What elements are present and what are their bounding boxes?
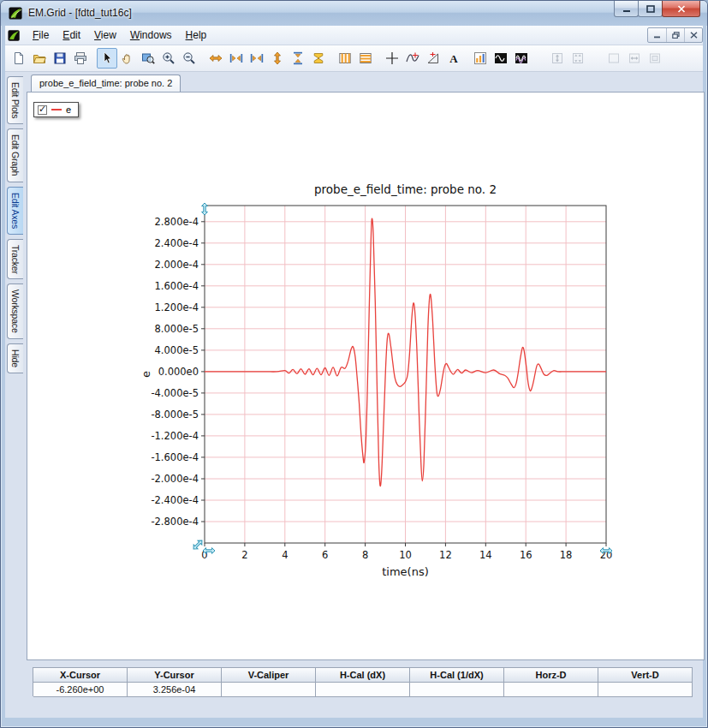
layout-expand-button xyxy=(547,48,568,69)
select-pointer-button[interactable] xyxy=(97,48,117,69)
column-layout-button[interactable] xyxy=(335,48,355,69)
titlebar: EM.Grid - [fdtd_tut16c] xyxy=(1,1,707,26)
zoom-out-button[interactable] xyxy=(179,48,199,69)
menu-file[interactable]: File xyxy=(26,27,56,44)
rows-icon xyxy=(359,51,372,65)
frame-grid-button xyxy=(645,48,665,69)
sidebar-tab-workspace[interactable]: Workspace xyxy=(7,283,23,339)
mdi-minimize-button[interactable] xyxy=(648,28,666,42)
box-icon xyxy=(607,51,621,65)
print-button[interactable] xyxy=(70,48,91,69)
box-h-arrow-icon xyxy=(628,51,641,65)
svg-text:16: 16 xyxy=(520,549,532,561)
svg-text:0.000e0: 0.000e0 xyxy=(158,366,199,378)
zoom-in-button[interactable] xyxy=(158,48,179,69)
mdi-document-icon[interactable] xyxy=(8,29,21,42)
toolbar-separator xyxy=(329,48,335,69)
svg-text:8: 8 xyxy=(362,549,368,561)
menu-view[interactable]: View xyxy=(87,27,123,44)
menu-windows[interactable]: Windows xyxy=(123,27,179,44)
mdi-minimize-icon xyxy=(653,32,661,39)
pointer-icon xyxy=(100,51,114,65)
svg-text:1.600e-4: 1.600e-4 xyxy=(155,280,199,292)
waveform-overlay-button[interactable] xyxy=(511,48,532,69)
sidebar-tab-hide[interactable]: Hide xyxy=(7,343,23,373)
arrows-v-icon xyxy=(271,51,284,65)
svg-text:-2.800e-4: -2.800e-4 xyxy=(151,516,199,528)
sidebar-tab-edit-graph[interactable]: Edit Graph xyxy=(7,128,23,182)
mdi-window-controls xyxy=(647,27,703,43)
new-file-button[interactable] xyxy=(9,48,29,69)
sidebar-tab-edit-plots[interactable]: Edit Plots xyxy=(7,76,23,124)
row-layout-button[interactable] xyxy=(355,48,376,69)
fit-y-button[interactable] xyxy=(288,48,308,69)
toolbar: A xyxy=(5,45,703,72)
frame-button xyxy=(604,48,624,69)
document-tab[interactable]: probe_e_field_time: probe no. 2 xyxy=(31,75,181,92)
pan-hand-button[interactable] xyxy=(117,48,138,69)
toolbar-gap xyxy=(588,48,604,69)
slope-icon xyxy=(426,51,440,65)
status-header-5: Horz-D xyxy=(504,668,598,683)
status-header-3: H-Cal (dX) xyxy=(316,668,410,683)
zoom-region-button[interactable] xyxy=(138,48,158,69)
menubar: File Edit View Windows Help xyxy=(5,26,703,45)
toolbar-gap xyxy=(532,48,547,69)
chart[interactable]: 024681012141618202.800e-42.400e-42.000e-… xyxy=(27,92,704,659)
y-axis-label: e xyxy=(140,371,152,378)
box-2-icon xyxy=(648,51,662,65)
svg-text:18: 18 xyxy=(560,549,573,561)
mdi-restore-button[interactable] xyxy=(666,28,684,42)
maximize-button[interactable] xyxy=(638,1,663,17)
svg-text:8.000e-5: 8.000e-5 xyxy=(155,323,199,335)
autoscale-button[interactable] xyxy=(308,48,329,69)
cross-cursor-button[interactable] xyxy=(382,48,402,69)
legend[interactable]: e xyxy=(33,102,79,117)
svg-text:A: A xyxy=(449,52,458,65)
legend-label: e xyxy=(66,104,71,115)
legend-checkbox[interactable] xyxy=(38,105,47,115)
box-v-arrows-icon xyxy=(550,51,564,65)
status-value-5 xyxy=(504,683,598,697)
curve-tracker-button[interactable] xyxy=(402,48,423,69)
status-header-6: Vert-D xyxy=(598,668,693,683)
axis-handle-icon[interactable] xyxy=(202,203,208,215)
zoom-in-icon xyxy=(162,51,176,65)
curve-cross-icon xyxy=(406,51,419,65)
close-button[interactable] xyxy=(662,1,700,17)
plot-canvas[interactable]: 024681012141618202.800e-42.400e-42.000e-… xyxy=(27,92,705,660)
sigma-icon xyxy=(312,51,325,65)
menu-help[interactable]: Help xyxy=(179,27,214,44)
app-window: EM.Grid - [fdtd_tut16c] File Edit View W… xyxy=(0,0,708,728)
minimize-icon xyxy=(622,5,631,13)
gridlines xyxy=(205,206,606,543)
text-annotation-button[interactable]: A xyxy=(443,48,464,69)
chart-title: probe_e_field_time: probe no. 2 xyxy=(314,182,497,196)
sidebar-tab-tracker[interactable]: Tracker xyxy=(7,239,23,280)
svg-text:4: 4 xyxy=(282,549,288,561)
expand-y-button[interactable] xyxy=(267,48,288,69)
svg-text:10: 10 xyxy=(399,549,412,561)
menu-edit[interactable]: Edit xyxy=(56,27,87,44)
status-header-2: V-Caliper xyxy=(222,668,316,683)
x-tick-labels: 02468101214161820 xyxy=(201,543,612,561)
svg-text:12: 12 xyxy=(439,549,452,561)
expand-x-bounds-button[interactable] xyxy=(226,48,247,69)
expand-x-button[interactable] xyxy=(205,48,226,69)
mdi-restore-icon xyxy=(672,32,680,39)
minimize-button[interactable] xyxy=(614,1,639,17)
axis-handle-icon[interactable] xyxy=(203,548,215,554)
side-tab-strip: Edit PlotsEdit GraphEdit AxesTrackerWork… xyxy=(5,76,27,659)
mdi-close-button[interactable] xyxy=(684,28,702,42)
close-icon xyxy=(677,5,686,13)
sidebar-tab-edit-axes[interactable]: Edit Axes xyxy=(7,187,23,235)
svg-text:2.400e-4: 2.400e-4 xyxy=(155,237,199,249)
slope-tool-button[interactable] xyxy=(423,48,443,69)
fit-x-button[interactable] xyxy=(247,48,267,69)
waveform-view-button[interactable] xyxy=(491,48,511,69)
open-file-button[interactable] xyxy=(29,48,50,69)
columns-icon xyxy=(338,51,352,65)
plot-style-button[interactable] xyxy=(470,48,491,69)
save-button[interactable] xyxy=(50,48,70,69)
mdi-close-icon xyxy=(690,32,698,39)
